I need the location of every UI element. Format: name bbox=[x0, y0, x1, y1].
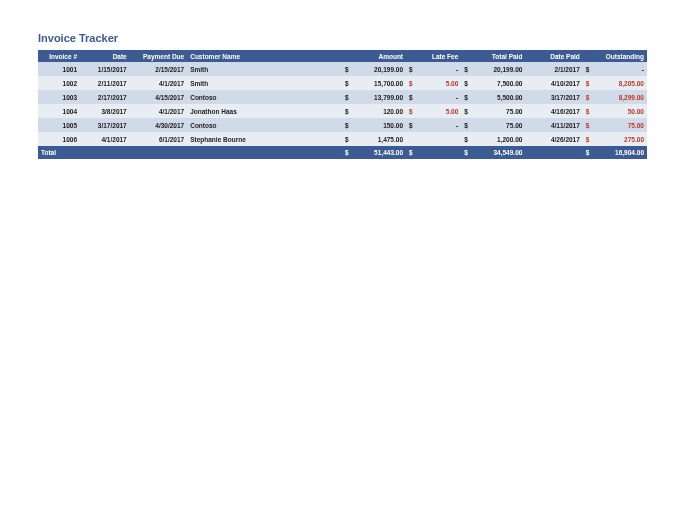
cell-amount: $1,475.00 bbox=[342, 132, 406, 146]
total-due bbox=[130, 146, 187, 159]
table-row[interactable]: 10053/17/20174/30/2017Contoso$150.00$-$7… bbox=[38, 118, 647, 132]
cell-amount: $13,799.00 bbox=[342, 90, 406, 104]
cell-out: $275.00 bbox=[583, 132, 647, 146]
cell-out: $- bbox=[583, 62, 647, 76]
cell-customer: Smith bbox=[187, 62, 342, 76]
cell-date: 3/17/2017 bbox=[80, 118, 130, 132]
cell-customer: Contoso bbox=[187, 118, 342, 132]
cell-out: $50.00 bbox=[583, 104, 647, 118]
cell-paid: $20,199.00 bbox=[461, 62, 525, 76]
cell-paid: $7,500.00 bbox=[461, 76, 525, 90]
col-header-late: Late Fee bbox=[406, 50, 461, 62]
cell-due: 6/1/2017 bbox=[130, 132, 187, 146]
cell-due: 2/15/2017 bbox=[130, 62, 187, 76]
cell-datepaid: 4/26/2017 bbox=[525, 132, 582, 146]
table-total-row: Total$51,443.00$$34,549.00$16,904.00 bbox=[38, 146, 647, 159]
cell-late: $- bbox=[406, 90, 461, 104]
col-header-out: Outstanding bbox=[583, 50, 647, 62]
col-header-date: Date bbox=[80, 50, 130, 62]
col-header-paid: Total Paid bbox=[461, 50, 525, 62]
cell-late bbox=[406, 132, 461, 146]
cell-date: 2/11/2017 bbox=[80, 76, 130, 90]
cell-date: 2/17/2017 bbox=[80, 90, 130, 104]
cell-paid: $75.00 bbox=[461, 104, 525, 118]
total-datepaid bbox=[525, 146, 582, 159]
cell-customer: Jonathon Haas bbox=[187, 104, 342, 118]
table-row[interactable]: 10011/15/20172/15/2017Smith$20,199.00$-$… bbox=[38, 62, 647, 76]
cell-invoice: 1005 bbox=[38, 118, 80, 132]
table-row[interactable]: 10064/1/20176/1/2017Stephanie Bourne$1,4… bbox=[38, 132, 647, 146]
table-row[interactable]: 10043/8/20174/1/2017Jonathon Haas$120.00… bbox=[38, 104, 647, 118]
cell-customer: Stephanie Bourne bbox=[187, 132, 342, 146]
total-invoice: Total bbox=[38, 146, 80, 159]
cell-invoice: 1004 bbox=[38, 104, 80, 118]
cell-due: 4/30/2017 bbox=[130, 118, 187, 132]
cell-customer: Contoso bbox=[187, 90, 342, 104]
cell-datepaid: 4/10/2017 bbox=[525, 76, 582, 90]
cell-due: 4/15/2017 bbox=[130, 90, 187, 104]
cell-date: 4/1/2017 bbox=[80, 132, 130, 146]
cell-amount: $20,199.00 bbox=[342, 62, 406, 76]
total-out: $16,904.00 bbox=[583, 146, 647, 159]
cell-invoice: 1006 bbox=[38, 132, 80, 146]
invoice-table: Invoice #DatePayment DueCustomer NameAmo… bbox=[38, 50, 647, 159]
cell-amount: $15,700.00 bbox=[342, 76, 406, 90]
col-header-due: Payment Due bbox=[130, 50, 187, 62]
cell-datepaid: 4/16/2017 bbox=[525, 104, 582, 118]
page-title: Invoice Tracker bbox=[38, 32, 647, 44]
cell-late: $- bbox=[406, 62, 461, 76]
cell-out: $8,299.00 bbox=[583, 90, 647, 104]
cell-invoice: 1003 bbox=[38, 90, 80, 104]
cell-date: 3/8/2017 bbox=[80, 104, 130, 118]
cell-datepaid: 2/1/2017 bbox=[525, 62, 582, 76]
table-header-row: Invoice #DatePayment DueCustomer NameAmo… bbox=[38, 50, 647, 62]
total-paid: $34,549.00 bbox=[461, 146, 525, 159]
cell-date: 1/15/2017 bbox=[80, 62, 130, 76]
cell-paid: $5,500.00 bbox=[461, 90, 525, 104]
total-late: $ bbox=[406, 146, 461, 159]
cell-invoice: 1002 bbox=[38, 76, 80, 90]
cell-late: $5.00 bbox=[406, 76, 461, 90]
cell-due: 4/1/2017 bbox=[130, 104, 187, 118]
cell-datepaid: 3/17/2017 bbox=[525, 90, 582, 104]
col-header-customer: Customer Name bbox=[187, 50, 342, 62]
total-amount: $51,443.00 bbox=[342, 146, 406, 159]
total-customer bbox=[187, 146, 342, 159]
cell-invoice: 1001 bbox=[38, 62, 80, 76]
table-row[interactable]: 10032/17/20174/15/2017Contoso$13,799.00$… bbox=[38, 90, 647, 104]
cell-late: $- bbox=[406, 118, 461, 132]
cell-out: $8,205.00 bbox=[583, 76, 647, 90]
cell-amount: $150.00 bbox=[342, 118, 406, 132]
cell-late: $5.00 bbox=[406, 104, 461, 118]
cell-datepaid: 4/11/2017 bbox=[525, 118, 582, 132]
col-header-datepaid: Date Paid bbox=[525, 50, 582, 62]
table-row[interactable]: 10022/11/20174/1/2017Smith$15,700.00$5.0… bbox=[38, 76, 647, 90]
cell-paid: $1,200.00 bbox=[461, 132, 525, 146]
col-header-invoice: Invoice # bbox=[38, 50, 80, 62]
cell-due: 4/1/2017 bbox=[130, 76, 187, 90]
total-date bbox=[80, 146, 130, 159]
cell-amount: $120.00 bbox=[342, 104, 406, 118]
cell-out: $75.00 bbox=[583, 118, 647, 132]
cell-customer: Smith bbox=[187, 76, 342, 90]
cell-paid: $75.00 bbox=[461, 118, 525, 132]
col-header-amount: Amount bbox=[342, 50, 406, 62]
